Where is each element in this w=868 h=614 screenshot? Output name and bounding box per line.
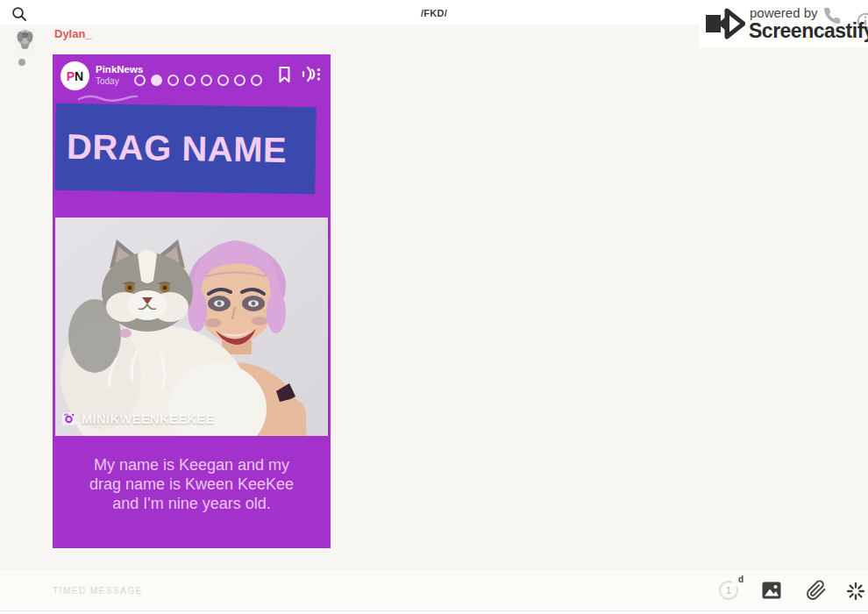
photo-credit: MINIKWEENKEEKEE [61,411,215,426]
burn-icon[interactable] [847,582,864,600]
timer-value: 1 [726,585,731,596]
sound-icon [301,64,322,85]
publisher-date: Today [96,76,119,86]
story-headline: DRAG NAME [67,127,288,170]
publisher-logo: PN [60,61,89,90]
headline-banner: DRAG NAME [54,104,317,195]
watermark-brand: Screencastify [749,19,868,43]
message-input[interactable] [53,577,544,603]
watermark-powered-by: powered by [750,5,818,20]
timer-icon[interactable]: 1 d [719,581,738,600]
timer-unit: d [738,575,743,584]
image-icon[interactable] [762,582,781,599]
message-unread-dot [18,59,25,66]
publisher-name: PinkNews [96,64,143,75]
composer-divider [0,610,868,611]
story-photo-illustration [55,218,328,436]
avatar[interactable] [16,29,34,51]
story-embed[interactable]: PN PinkNews Today DRAG NAME [53,54,331,548]
message-username[interactable]: Dylan_ [54,27,92,40]
story-progress-dots [134,75,262,86]
bookmark-icon [278,66,291,83]
story-caption: My name is Keegan and my drag name is Kw… [53,436,331,513]
screencastify-logo-icon [703,5,745,42]
paperclip-icon[interactable] [806,580,827,601]
photo-credit-handle: MINIKWEENKEEKEE [82,412,215,426]
instagram-icon [61,411,76,426]
